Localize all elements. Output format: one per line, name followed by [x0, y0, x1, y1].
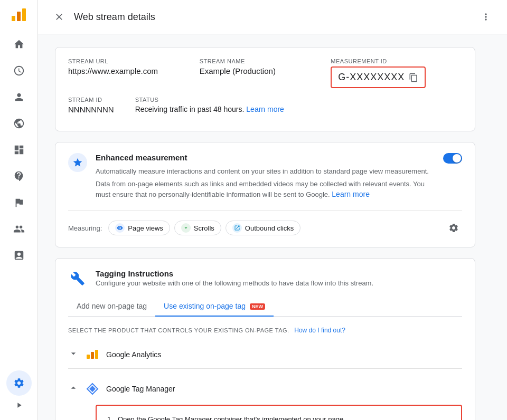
stream-name-field: STREAM NAME Example (Production)	[200, 58, 331, 88]
stream-name-label: STREAM NAME	[200, 58, 331, 64]
sidebar-item-flag[interactable]	[6, 190, 32, 215]
stream-url-field: STREAM URL https://www.example.com	[68, 58, 200, 88]
divider	[68, 368, 462, 369]
svg-rect-0	[12, 16, 15, 21]
measurement-id-box: G-XXXXXXXX	[331, 66, 426, 88]
chip-page-views-label: Page views	[128, 224, 163, 232]
svg-rect-5	[95, 350, 98, 359]
measuring-label: Measuring:	[68, 224, 102, 232]
svg-rect-2	[22, 8, 26, 21]
enhanced-measurement-card: Enhanced measurement Automatically measu…	[55, 142, 475, 247]
enhanced-desc2: Data from on-page elements such as links…	[96, 179, 435, 201]
status-learn-more-link[interactable]: Learn more	[246, 105, 284, 113]
sidebar-item-home[interactable]	[6, 32, 32, 57]
google-tag-manager-row[interactable]: Google Tag Manager	[68, 375, 462, 403]
enhanced-title: Enhanced measurement	[96, 153, 435, 162]
scrolls-icon	[181, 223, 191, 233]
chip-scrolls-label: Scrolls	[194, 224, 214, 232]
tab-add-new-tag[interactable]: Add new on-page tag	[68, 297, 155, 317]
google-analytics-row[interactable]: Google Analytics	[68, 341, 462, 368]
svg-rect-1	[17, 12, 21, 21]
tagging-title: Tagging Instructions	[96, 269, 462, 278]
sidebar-item-advertising[interactable]	[6, 111, 32, 136]
enhanced-content: Enhanced measurement Automatically measu…	[96, 153, 435, 202]
panel-header: Web stream details	[38, 0, 507, 34]
stream-name-value: Example (Production)	[200, 66, 331, 75]
measurement-id-label: MEASUREMENT ID	[331, 58, 462, 64]
select-product-section: SELECT THE PRODUCT THAT CONTROLS YOUR EX…	[68, 325, 462, 335]
stream-id-label: STREAM ID	[68, 97, 114, 103]
ga-product-name: Google Analytics	[106, 350, 161, 359]
content-area: STREAM URL https://www.example.com STREA…	[38, 34, 492, 420]
stream-url-label: STREAM URL	[68, 58, 200, 64]
stream-info-card: STREAM URL https://www.example.com STREA…	[55, 47, 475, 131]
svg-rect-3	[87, 355, 90, 359]
tab-new-badge: NEW	[250, 303, 265, 310]
panel-title: Web stream details	[74, 12, 477, 23]
copy-icon[interactable]	[409, 73, 418, 82]
ga-chevron-icon	[68, 348, 79, 361]
enhanced-learn-more-link[interactable]: Learn more	[332, 190, 370, 198]
stream-id-field: STREAM ID NNNNNNNN	[68, 97, 114, 114]
tagging-desc: Configure your website with one of the f…	[96, 279, 462, 287]
measuring-settings-button[interactable]	[445, 219, 462, 236]
stream-id-value: NNNNNNNN	[68, 105, 114, 114]
tagging-instructions-card: Tagging Instructions Configure your webs…	[55, 258, 475, 420]
main-panel: Web stream details STREAM URL https://ww…	[38, 0, 507, 420]
sidebar-item-settings[interactable]	[6, 370, 32, 396]
measuring-row: Measuring: Page views Scrolls	[68, 211, 462, 236]
status-text: Receiving traffic in past 48 hours. Lear…	[135, 105, 284, 113]
close-button[interactable]	[51, 8, 68, 25]
sidebar-item-configure[interactable]	[6, 216, 32, 242]
chip-outbound-clicks[interactable]: Outbound clicks	[226, 221, 301, 235]
sidebar-expand-button[interactable]	[6, 397, 32, 414]
svg-marker-7	[89, 386, 96, 392]
how-find-out-link[interactable]: How do I find out?	[294, 327, 345, 334]
svg-rect-4	[91, 352, 94, 359]
select-product-label: SELECT THE PRODUCT THAT CONTROLS YOUR EX…	[68, 327, 345, 333]
gtm-product-name: Google Tag Manager	[106, 385, 175, 393]
page-views-icon	[115, 223, 125, 233]
outbound-clicks-icon	[232, 223, 242, 233]
measurement-id-field: MEASUREMENT ID G-XXXXXXXX	[331, 58, 462, 88]
chip-scrolls[interactable]: Scrolls	[174, 221, 221, 235]
tagging-tabs: Add new on-page tag Use existing on-page…	[68, 297, 462, 317]
more-options-button[interactable]	[477, 8, 494, 25]
sidebar-item-data[interactable]	[6, 137, 32, 163]
status-field: STATUS Receiving traffic in past 48 hour…	[135, 97, 284, 114]
ga-logo-icon	[85, 347, 100, 362]
chip-outbound-clicks-label: Outbound clicks	[245, 224, 294, 232]
gtm-logo-icon	[85, 381, 100, 396]
stream-url-value: https://www.example.com	[68, 66, 200, 75]
gtm-instructions-box: Open the Google Tag Manager container th…	[96, 405, 462, 420]
sidebar-item-admin[interactable]	[6, 243, 32, 268]
enhanced-measurement-toggle[interactable]	[443, 153, 462, 164]
gtm-steps-list: Open the Google Tag Manager container th…	[107, 414, 450, 420]
tagging-content: Tagging Instructions Configure your webs…	[96, 269, 462, 287]
enhanced-desc1: Automatically measure interactions and c…	[96, 166, 435, 177]
toggle-knob	[453, 154, 461, 163]
gtm-step-1: Open the Google Tag Manager container th…	[107, 414, 450, 420]
tab-use-existing-tag[interactable]: Use existing on-page tag NEW	[155, 297, 274, 317]
sidebar	[0, 0, 38, 420]
enhanced-measurement-icon	[68, 153, 87, 172]
tagging-icon	[68, 269, 87, 288]
sidebar-item-explore[interactable]	[6, 164, 32, 189]
sidebar-item-reports[interactable]	[6, 58, 32, 83]
sidebar-item-audience[interactable]	[6, 84, 32, 110]
chip-page-views[interactable]: Page views	[108, 221, 170, 235]
sidebar-logo	[8, 4, 30, 25]
status-label: STATUS	[135, 97, 284, 103]
gtm-chevron-icon	[68, 383, 79, 395]
measurement-id-value: G-XXXXXXXX	[338, 72, 405, 83]
